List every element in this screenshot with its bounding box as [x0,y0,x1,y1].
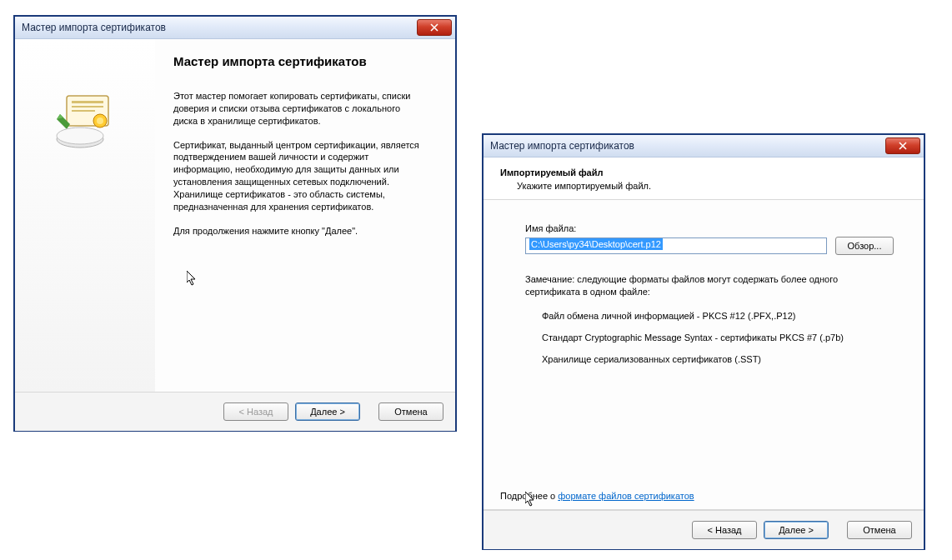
next-button[interactable]: Далее > [764,521,829,539]
note-text: Замечание: следующие форматы файлов могу… [525,273,884,299]
button-row: < Назад Далее > Отмена [484,510,924,549]
format-item-1: Файл обмена личной информацией - PKCS #1… [525,311,894,321]
svg-rect-2 [72,106,103,108]
format-item-2: Стандарт Cryptographic Message Syntax - … [525,332,894,342]
learn-more-row: Подробнее о формате файлов сертификатов [484,491,924,506]
format-item-3: Хранилище сериализованных сертификатов (… [525,354,894,364]
cancel-button[interactable]: Отмена [847,521,912,539]
learn-link[interactable]: формате файлов сертификатов [558,491,694,501]
wizard-para-2: Сертификат, выданный центром сертификаци… [173,139,423,213]
close-button[interactable] [885,138,920,154]
svg-point-7 [57,128,103,144]
wizard-sidebar-image [15,39,155,392]
window-title: Мастер импорта сертификатов [490,140,634,152]
button-row: < Назад Далее > Отмена [15,392,455,431]
back-button[interactable]: < Назад [692,521,757,539]
certificate-icon [52,89,118,156]
close-icon [430,23,438,32]
cancel-button[interactable]: Отмена [378,402,443,421]
step-subtitle: Укажите импортируемый файл. [500,181,907,191]
svg-rect-3 [72,110,95,112]
svg-rect-1 [72,101,103,103]
wizard-intro-window: Мастер импорта сертификатов [13,15,457,432]
wizard-para-3: Для продолжения нажмите кнопку "Далее". [173,225,423,238]
close-button[interactable] [417,19,452,36]
svg-point-5 [97,118,103,124]
wizard-para-1: Этот мастер помогает копировать сертифик… [173,90,423,128]
wizard-file-window: Мастер импорта сертификатов Импортируемы… [482,133,925,550]
cursor-icon [525,492,539,508]
file-path-input[interactable]: C:\Users\py34\Desktop\cert.p12 [525,238,827,254]
browse-button[interactable]: Обзор... [835,237,894,255]
wizard-heading: Мастер импорта сертификатов [173,54,432,68]
cursor-icon [187,271,200,288]
window-title: Мастер импорта сертификатов [22,22,166,33]
back-button: < Назад [223,402,288,421]
next-button[interactable]: Далее > [295,402,360,421]
titlebar[interactable]: Мастер импорта сертификатов [484,135,924,158]
file-path-value: C:\Users\py34\Desktop\cert.p12 [529,238,663,250]
file-label: Имя файла: [525,223,894,233]
titlebar[interactable]: Мастер импорта сертификатов [15,17,455,39]
step-title: Импортируемый файл [500,168,907,178]
step-header: Импортируемый файл Укажите импортируемый… [484,158,924,200]
close-icon [899,142,907,150]
